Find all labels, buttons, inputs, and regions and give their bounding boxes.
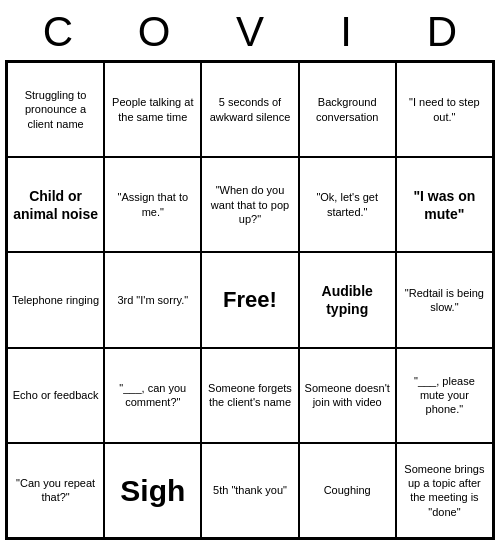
letter-d: D [407,8,477,56]
bingo-cell-2: 5 seconds of awkward silence [201,62,298,157]
bingo-cell-14: "Redtail is being slow." [396,252,493,347]
bingo-cell-3: Background conversation [299,62,396,157]
bingo-cell-9: "I was on mute" [396,157,493,252]
bingo-cell-24: Someone brings up a topic after the meet… [396,443,493,538]
bingo-cell-12: Free! [201,252,298,347]
bingo-cell-18: Someone doesn't join with video [299,348,396,443]
bingo-cell-6: "Assign that to me." [104,157,201,252]
bingo-cell-5: Child or animal noise [7,157,104,252]
letter-i: I [311,8,381,56]
letter-v: V [215,8,285,56]
bingo-cell-13: Audible typing [299,252,396,347]
bingo-grid: Struggling to pronounce a client namePeo… [5,60,495,540]
bingo-cell-7: "When do you want that to pop up?" [201,157,298,252]
bingo-cell-21: Sigh [104,443,201,538]
bingo-cell-15: Echo or feedback [7,348,104,443]
bingo-cell-10: Telephone ringing [7,252,104,347]
bingo-cell-19: "___, please mute your phone." [396,348,493,443]
letter-c: C [23,8,93,56]
bingo-cell-11: 3rd "I'm sorry." [104,252,201,347]
bingo-cell-22: 5th "thank you" [201,443,298,538]
bingo-cell-8: "Ok, let's get started." [299,157,396,252]
bingo-cell-23: Coughing [299,443,396,538]
bingo-cell-20: "Can you repeat that?" [7,443,104,538]
bingo-cell-16: "___, can you comment?" [104,348,201,443]
bingo-cell-4: "I need to step out." [396,62,493,157]
letter-o: O [119,8,189,56]
bingo-cell-17: Someone forgets the client's name [201,348,298,443]
bingo-cell-1: People talking at the same time [104,62,201,157]
title-row: C O V I D [0,0,500,60]
bingo-cell-0: Struggling to pronounce a client name [7,62,104,157]
